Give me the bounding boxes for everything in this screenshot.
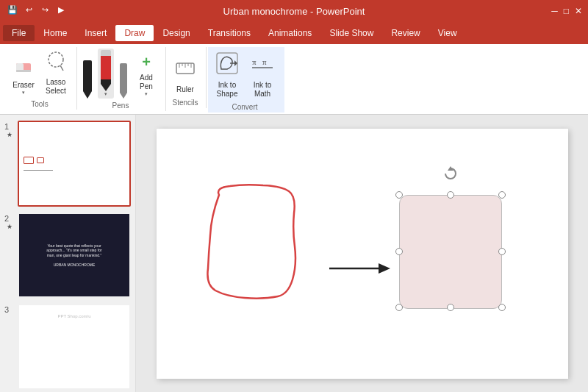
menu-bar: File Home Insert Draw Design Transitions… bbox=[0, 22, 588, 44]
title-bar-text: Urban monochrome - PowerPoint bbox=[0, 6, 588, 17]
slide-thumb-1-inner bbox=[19, 122, 129, 205]
ink-to-math-label: Ink toMath bbox=[254, 81, 271, 99]
pen2-chevron: ▾ bbox=[104, 91, 107, 97]
slide-panel: 1 ★ 2 ★ bbox=[0, 115, 136, 392]
shape-rectangle bbox=[399, 195, 502, 309]
slide-thumb-2-inner: Your best quote that reflects yourapproa… bbox=[19, 214, 129, 297]
slide-thumb-3[interactable]: PPT Shop.com/u bbox=[18, 304, 131, 390]
menu-home[interactable]: Home bbox=[35, 25, 76, 41]
pen2-button[interactable]: ▾ bbox=[98, 49, 114, 99]
lasso-icon bbox=[46, 50, 66, 74]
ink-to-math-button[interactable]: π π Ink toMath bbox=[246, 51, 279, 100]
add-pen-label: AddPen bbox=[140, 74, 153, 91]
slide-number-2: 2 bbox=[4, 213, 16, 223]
handle-top-right[interactable] bbox=[498, 191, 506, 199]
svg-line-4 bbox=[60, 65, 63, 71]
maximize-btn[interactable]: □ bbox=[564, 6, 569, 16]
slide-thumb-1[interactable] bbox=[18, 121, 131, 207]
convert-group-label: Convert bbox=[232, 103, 257, 111]
svg-marker-18 bbox=[379, 263, 390, 274]
save-icon[interactable]: 💾 bbox=[6, 3, 19, 16]
pen1-button[interactable] bbox=[82, 60, 93, 99]
ink-drawing bbox=[197, 180, 315, 312]
stencils-group: Ruler Stencils bbox=[168, 47, 207, 108]
close-btn[interactable]: ✕ bbox=[575, 6, 582, 16]
canvas-arrow bbox=[326, 257, 392, 282]
slide-star-2: ★ bbox=[7, 223, 14, 230]
add-pen-button[interactable]: + AddPen ▾ bbox=[133, 50, 159, 99]
slide-canvas[interactable] bbox=[157, 129, 568, 379]
rotate-handle[interactable] bbox=[443, 166, 458, 181]
slide-number-1: 1 bbox=[4, 121, 16, 131]
handle-top-left[interactable] bbox=[395, 191, 403, 199]
add-pen-icon: + bbox=[136, 51, 157, 72]
pen-gray-icon bbox=[118, 63, 129, 99]
slide-item-3[interactable]: 3 ★ PPT Shop.com/u bbox=[4, 304, 131, 390]
svg-point-3 bbox=[49, 52, 63, 67]
ink-to-shape-icon bbox=[214, 50, 240, 79]
main-canvas[interactable] bbox=[136, 115, 588, 392]
convert-group: Ink toShape π π Ink toMath Convert bbox=[208, 47, 284, 113]
pen-black-icon bbox=[82, 60, 93, 99]
ribbon: Eraser ▾ LassoSelect Tools bbox=[0, 44, 588, 115]
slide-item-2[interactable]: 2 ★ Your best quote that reflects yourap… bbox=[4, 213, 131, 299]
eraser-label: Eraser bbox=[12, 81, 34, 90]
ink-to-shape-button[interactable]: Ink toShape bbox=[211, 49, 243, 100]
ink-to-shape-label: Ink toShape bbox=[217, 81, 238, 99]
menu-file[interactable]: File bbox=[3, 25, 35, 41]
minimize-btn[interactable]: ─ bbox=[551, 6, 558, 16]
content-area: 1 ★ 2 ★ bbox=[0, 115, 588, 392]
ruler-label: Ruler bbox=[176, 85, 194, 94]
present-icon[interactable]: ▶ bbox=[54, 3, 68, 16]
slide-thumb-2[interactable]: Your best quote that reflects yourapproa… bbox=[18, 213, 131, 299]
stencils-group-label: Stencils bbox=[172, 99, 198, 107]
handle-bottom-right[interactable] bbox=[498, 304, 506, 311]
slide-star-1: ★ bbox=[7, 131, 14, 138]
tools-group-label: Tools bbox=[31, 100, 48, 108]
pen3-button[interactable] bbox=[118, 63, 129, 99]
handle-top-center[interactable] bbox=[447, 191, 454, 199]
menu-slideshow[interactable]: Slide Show bbox=[320, 25, 382, 41]
ruler-button[interactable]: Ruler bbox=[171, 49, 200, 96]
menu-review[interactable]: Review bbox=[382, 25, 429, 41]
svg-rect-2 bbox=[16, 70, 31, 72]
slide-thumb-3-inner: PPT Shop.com/u bbox=[19, 305, 129, 388]
ruler-icon bbox=[173, 57, 197, 84]
handle-bottom-left[interactable] bbox=[395, 304, 403, 311]
undo-icon[interactable]: ↩ bbox=[22, 3, 35, 16]
tools-group: Eraser ▾ LassoSelect Tools bbox=[6, 47, 77, 110]
menu-transitions[interactable]: Transitions bbox=[199, 25, 259, 41]
menu-insert[interactable]: Insert bbox=[76, 25, 115, 41]
slide-item-1[interactable]: 1 ★ bbox=[4, 121, 131, 207]
menu-design[interactable]: Design bbox=[154, 25, 198, 41]
slide-number-3: 3 bbox=[4, 304, 16, 314]
pen-red-icon bbox=[99, 50, 112, 91]
redo-icon[interactable]: ↪ bbox=[38, 3, 51, 16]
menu-draw[interactable]: Draw bbox=[115, 25, 154, 41]
add-pen-chevron[interactable]: ▾ bbox=[145, 91, 148, 97]
handle-mid-left[interactable] bbox=[395, 248, 403, 255]
eraser-icon bbox=[13, 56, 34, 76]
lasso-button[interactable]: LassoSelect bbox=[41, 49, 71, 97]
converted-shape[interactable] bbox=[392, 184, 509, 316]
ink-to-math-icon: π π bbox=[249, 53, 276, 79]
pens-group: ▾ + AddPen ▾ Pens bbox=[79, 47, 166, 111]
eraser-dropdown[interactable]: ▾ bbox=[22, 90, 25, 96]
handle-bottom-center[interactable] bbox=[447, 304, 454, 311]
lasso-label: LassoSelect bbox=[46, 78, 66, 96]
eraser-button[interactable]: Eraser ▾ bbox=[9, 50, 38, 97]
svg-text:π: π bbox=[252, 57, 257, 66]
pens-group-label: Pens bbox=[112, 101, 129, 110]
menu-animations[interactable]: Animations bbox=[259, 25, 320, 41]
svg-text:π: π bbox=[262, 57, 267, 66]
menu-view[interactable]: View bbox=[429, 25, 466, 41]
handle-mid-right[interactable] bbox=[498, 248, 506, 255]
